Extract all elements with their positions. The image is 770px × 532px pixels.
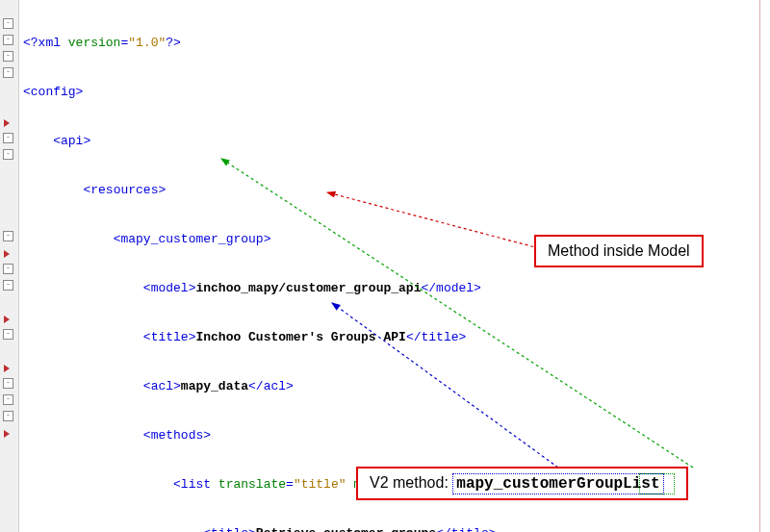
gutter-arrow-icon <box>4 365 10 372</box>
fold-marker[interactable]: - <box>3 35 13 45</box>
fold-marker[interactable]: - <box>3 149 13 160</box>
fold-marker[interactable]: - <box>3 51 13 62</box>
code-line: <api> <box>23 133 766 149</box>
callout-method-model: Method inside Model <box>534 235 704 267</box>
callout-text: Method inside Model <box>548 242 690 259</box>
callout-label: V2 method: <box>370 474 449 491</box>
fold-marker[interactable]: - <box>3 378 13 389</box>
gutter-arrow-icon <box>4 430 10 438</box>
callout-v2-method: V2 method: mapy_customerGroupList <box>356 467 688 500</box>
code-line: <methods> <box>23 427 766 443</box>
code-line: <title>Inchoo Customer's Groups API</tit… <box>23 329 766 345</box>
code-line: <title>Retrieve customer groups</title> <box>23 525 766 532</box>
fold-marker[interactable]: - <box>3 264 13 274</box>
fold-marker[interactable]: - <box>3 280 13 291</box>
gutter: - - - - - - - - - - - - - <box>0 0 19 532</box>
code-line: <model>inchoo_mapy/customer_group_api</m… <box>23 280 766 296</box>
code-line: <resources> <box>23 182 766 198</box>
fold-marker[interactable]: - <box>3 411 13 421</box>
fold-marker[interactable]: - <box>3 133 13 143</box>
code-line: <config> <box>23 84 766 100</box>
code-line: <?xml version="1.0"?> <box>23 35 766 51</box>
code-line: <acl>mapy_data</acl> <box>23 378 766 394</box>
fold-marker[interactable]: - <box>3 231 13 241</box>
right-margin-guide <box>759 0 760 532</box>
fold-marker[interactable]: - <box>3 329 13 340</box>
gutter-arrow-icon <box>4 316 10 323</box>
gutter-arrow-icon <box>4 250 10 258</box>
fold-marker[interactable]: - <box>3 394 13 405</box>
callout-value: mapy_customerGroupList <box>456 475 659 493</box>
fold-marker[interactable]: - <box>3 67 13 78</box>
fold-marker[interactable]: - <box>3 18 13 29</box>
gutter-arrow-icon <box>4 119 10 127</box>
